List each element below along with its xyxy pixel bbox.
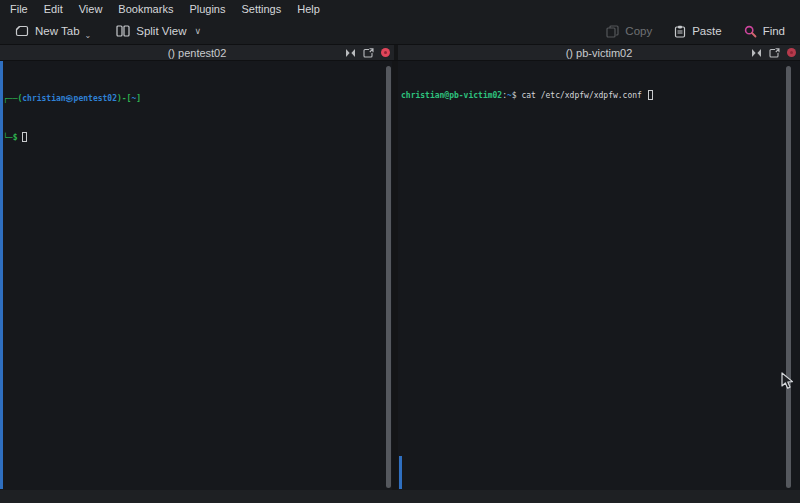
copy-icon <box>606 25 619 38</box>
close-icon[interactable] <box>381 48 390 57</box>
paste-button[interactable]: Paste <box>667 22 728 41</box>
tab-title: () pentest02 <box>168 47 227 59</box>
terminal-cursor <box>22 132 27 142</box>
paste-icon <box>674 25 686 38</box>
menu-item-edit[interactable]: Edit <box>36 0 71 18</box>
menu-item-file[interactable]: File <box>2 0 36 18</box>
new-tab-button[interactable]: New Tab ⌄ <box>8 22 99 40</box>
tab-pb-victim02[interactable]: () pb-victim02 <box>398 45 800 60</box>
pane-focus-bar <box>0 61 3 489</box>
find-icon <box>744 25 757 38</box>
split-view-button[interactable]: Split View ∨ <box>109 22 208 40</box>
copy-button[interactable]: Copy <box>599 22 659 41</box>
toolbar: New Tab ⌄ Split View ∨ Copy <box>0 18 800 44</box>
prompt-line: christian@pb-victim02:~$ cat /etc/xdpfw/… <box>401 89 800 102</box>
close-icon[interactable] <box>787 48 796 57</box>
split-view-label: Split View <box>136 25 186 37</box>
chevron-down-icon: ∨ <box>195 26 202 36</box>
pane-focus-bar <box>399 456 402 489</box>
menu-item-plugins[interactable]: Plugins <box>181 0 233 18</box>
chevron-down-icon: ⌄ <box>85 31 92 40</box>
menu-item-settings[interactable]: Settings <box>233 0 289 18</box>
terminal-cursor <box>648 90 653 100</box>
maximize-view-icon[interactable] <box>345 48 356 58</box>
menu-item-bookmarks[interactable]: Bookmarks <box>110 0 181 18</box>
menu-item-view[interactable]: View <box>71 0 111 18</box>
tab-pentest02[interactable]: () pentest02 <box>0 45 394 60</box>
split-view-icon <box>116 25 130 37</box>
tab-title: () pb-victim02 <box>566 47 633 59</box>
maximize-view-icon[interactable] <box>751 48 762 58</box>
find-button[interactable]: Find <box>737 22 792 41</box>
paste-label: Paste <box>692 25 721 37</box>
prompt-line-1: ┌──(christian㉿pentest02)-[~] <box>3 92 392 105</box>
copy-label: Copy <box>625 25 652 37</box>
right-pane-scrollbar[interactable] <box>786 66 791 488</box>
detach-tab-icon[interactable] <box>363 48 374 58</box>
menu-item-help[interactable]: Help <box>289 0 328 18</box>
terminal-pane-pb-victim02[interactable]: christian@pb-victim02:~$ cat /etc/xdpfw/… <box>398 61 800 490</box>
prompt-line-2: └─$ <box>3 131 392 144</box>
new-tab-label: New Tab <box>35 25 80 37</box>
find-label: Find <box>763 25 785 37</box>
menu-bar: File Edit View Bookmarks Plugins Setting… <box>0 0 800 18</box>
new-tab-icon <box>15 25 29 37</box>
tab-row: () pentest02 () pb-victim02 <box>0 44 800 61</box>
terminal-pane-pentest02[interactable]: ┌──(christian㉿pentest02)-[~] └─$ <box>0 61 392 490</box>
detach-tab-icon[interactable] <box>769 48 780 58</box>
window-bottom-strip <box>0 490 800 503</box>
mouse-pointer-icon <box>781 372 794 390</box>
left-pane-scrollbar[interactable] <box>386 66 391 488</box>
